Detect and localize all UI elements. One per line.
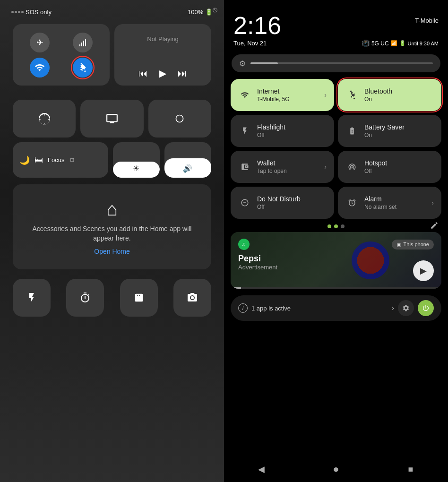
qs-tile-alarm[interactable]: Alarm No alarm set › <box>338 187 441 219</box>
ios-next-button[interactable]: ⏭ <box>178 68 187 79</box>
ios-media-controls: ⏮ ▶ ⏭ <box>122 68 204 79</box>
media-subtitle: Advertisement <box>238 264 434 271</box>
ios-orientation-lock[interactable] <box>13 100 76 138</box>
hotspot-text: Hotspot Off <box>364 159 387 174</box>
alarm-arrow: › <box>431 199 434 207</box>
ios-screen-mirror[interactable] <box>80 100 143 138</box>
wallet-sublabel: Tap to open <box>257 168 287 174</box>
android-edit-button[interactable] <box>430 221 439 232</box>
qs-tile-dnd[interactable]: Do Not Disturb Off <box>231 187 334 219</box>
back-button[interactable]: ◀ <box>253 461 270 478</box>
brightness-track[interactable] <box>250 62 433 64</box>
alarm-label: Alarm <box>364 195 396 203</box>
ios-row3: 🌙 🛏 Focus ⊞ ☀ 🔊 <box>13 142 211 178</box>
focus-home-icon: ⊞ <box>70 157 74 163</box>
power-circle-button[interactable] <box>418 300 434 316</box>
cellular-icon[interactable] <box>73 33 93 52</box>
ios-row2 <box>13 100 211 138</box>
device-label: This phone <box>404 241 429 247</box>
media-content: ♫ ▣ This phone Pepsi Advertisement <box>231 232 441 289</box>
ios-control-center: SOS only 100% 🔋 ✈ <box>0 0 224 482</box>
qs-tile-internet[interactable]: Internet T-Mobile, 5G › <box>231 79 334 111</box>
home-button[interactable]: ● <box>327 461 345 478</box>
network-status: 5G UC <box>371 40 389 47</box>
airplay-icon[interactable]: ⎋ <box>213 6 217 14</box>
internet-text: Internet T-Mobile, 5G <box>257 87 290 103</box>
active-app-arrow: › <box>392 304 394 312</box>
qs-tile-battery-saver[interactable]: Battery Saver On <box>338 115 441 147</box>
ios-status-bar: SOS only 100% 🔋 <box>0 0 224 20</box>
android-active-app-row[interactable]: i 1 app is active › <box>231 295 441 321</box>
android-quick-settings: 2:16 T-Mobile Tue, Nov 21 📳 5G UC 📶 🔋 Un… <box>224 0 448 482</box>
ios-focus-tile[interactable]: 🌙 🛏 Focus ⊞ <box>13 142 108 178</box>
ios-wifi[interactable] <box>18 55 61 80</box>
media-info: Pepsi Advertisement <box>238 254 434 271</box>
ios-brightness-slider[interactable]: ☀ <box>113 142 160 178</box>
info-icon: i <box>238 303 248 313</box>
active-app-text: 1 app is active <box>251 305 388 312</box>
alarm-text: Alarm No alarm set <box>364 195 396 210</box>
battery-saver-label: Battery Saver <box>364 123 405 131</box>
ios-focus-label: Focus <box>48 156 64 164</box>
recents-button[interactable]: ■ <box>402 461 419 478</box>
android-page-dots <box>232 224 440 228</box>
volume-icon: 🔊 <box>183 164 192 173</box>
page-dot-1 <box>327 224 331 228</box>
alarm-sublabel: No alarm set <box>364 204 396 210</box>
focus-moon-icon: 🌙 <box>19 155 30 165</box>
ios-cellular[interactable] <box>61 30 104 55</box>
android-status-bar: 2:16 T-Mobile <box>224 0 448 38</box>
android-brightness-bar[interactable]: ⚙ <box>232 54 440 72</box>
qs-tile-wallet[interactable]: Wallet Tap to open › <box>231 151 334 183</box>
ios-extra-tile[interactable] <box>148 100 211 138</box>
bluetooth-text: Bluetooth On <box>364 87 392 103</box>
ios-bluetooth[interactable] <box>61 55 104 80</box>
ios-signal-label: SOS only <box>26 9 52 16</box>
spotify-icon: ♫ <box>238 239 250 250</box>
qs-tile-hotspot[interactable]: Hotspot Off <box>338 151 441 183</box>
dnd-label: Do Not Disturb <box>257 195 301 203</box>
bluetooth-icon[interactable] <box>73 58 93 77</box>
hotspot-sublabel: Off <box>364 168 387 174</box>
ios-camera-button[interactable] <box>173 279 211 317</box>
battery-saver-text: Battery Saver On <box>364 123 405 138</box>
android-media-card[interactable]: ♫ ▣ This phone Pepsi Advertisement ▶ <box>231 232 441 289</box>
wifi-icon[interactable] <box>30 58 50 77</box>
ios-open-home-link[interactable]: Open Home <box>94 248 129 255</box>
android-date-row: Tue, Nov 21 📳 5G UC 📶 🔋 Until 9:30 AM <box>224 38 448 52</box>
ios-timer-button[interactable] <box>66 279 104 317</box>
svg-point-0 <box>191 296 194 299</box>
signal-icon: 📶 <box>391 40 397 46</box>
qs-tile-flashlight[interactable]: Flashlight Off <box>231 115 334 147</box>
media-device-badge: ▣ This phone <box>392 240 434 250</box>
settings-circle-button[interactable] <box>398 300 414 316</box>
flashlight-label: Flashlight <box>257 123 285 131</box>
ios-media-tile[interactable]: ⎋ Not Playing ⏮ ▶ ⏭ <box>114 24 211 86</box>
ios-connectivity-tile[interactable]: ✈ <box>13 24 110 86</box>
android-page-dots-row <box>224 224 448 228</box>
internet-arrow: › <box>324 91 327 99</box>
wallet-icon <box>238 160 251 173</box>
ios-calculator-button[interactable] <box>120 279 158 317</box>
ios-flashlight-button[interactable] <box>13 279 51 317</box>
internet-label: Internet <box>257 87 290 95</box>
bluetooth-qs-icon <box>345 88 359 102</box>
qs-tile-bluetooth[interactable]: Bluetooth On <box>338 79 441 111</box>
brightness-icon: ☀ <box>133 164 139 173</box>
flashlight-sublabel: Off <box>257 132 285 138</box>
ios-play-button[interactable]: ▶ <box>159 68 166 79</box>
flashlight-text: Flashlight Off <box>257 123 285 138</box>
ios-airplane-mode[interactable]: ✈ <box>18 30 61 55</box>
page-dot-3 <box>341 224 345 228</box>
home-app-icon: ⌂ <box>106 198 118 220</box>
wallet-label: Wallet <box>257 159 287 167</box>
ios-prev-button[interactable]: ⏮ <box>138 68 148 79</box>
bluetooth-sublabel: On <box>364 96 392 103</box>
wallet-arrow: › <box>324 163 327 171</box>
ios-volume-slider[interactable]: 🔊 <box>164 142 211 178</box>
ios-media-status: Not Playing <box>122 35 204 43</box>
airplane-mode-icon[interactable]: ✈ <box>30 33 50 52</box>
android-status-icons: 📳 5G UC 📶 🔋 Until 9:30 AM <box>362 40 439 47</box>
android-nav-bar: ◀ ● ■ <box>224 458 448 482</box>
media-top-row: ♫ ▣ This phone <box>238 239 434 250</box>
